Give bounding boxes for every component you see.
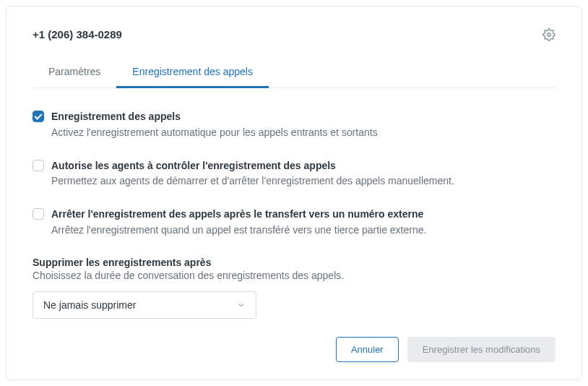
select-value: Ne jamais supprimer [43,299,136,311]
content-area: Enregistrement des appels Activez l'enre… [33,88,555,322]
settings-card: +1 (206) 384-0289 Paramètres Enregistrem… [6,6,582,380]
phone-number-title: +1 (206) 384-0289 [33,28,122,40]
section-title: Supprimer les enregistrements après [33,257,555,268]
option-text: Autorise les agents à contrôler l'enregi… [51,159,555,189]
option-desc: Permettez aux agents de démarrer et d'ar… [51,173,555,189]
section-desc: Choisissez la durée de conversation des … [33,270,555,281]
footer-actions: Annuler Enregistrer les modifications [33,322,555,362]
delete-after-select[interactable]: Ne jamais supprimer [33,291,256,319]
checkbox-stop-after-transfer[interactable] [33,208,44,220]
option-title: Autorise les agents à contrôler l'enregi… [51,159,555,173]
checkbox-call-recording[interactable] [33,111,44,122]
svg-point-0 [548,33,551,37]
delete-after-select-wrapper: Ne jamais supprimer [33,291,256,319]
option-title: Enregistrement des appels [51,110,555,124]
tab-settings[interactable]: Paramètres [33,59,116,88]
card-header: +1 (206) 384-0289 [33,28,555,44]
option-desc: Arrêtez l'enregistrement quand un appel … [51,223,555,238]
gear-icon[interactable] [542,28,555,44]
checkbox-agent-control[interactable] [33,160,44,171]
option-text: Enregistrement des appels Activez l'enre… [51,110,555,140]
option-text: Arrêter l'enregistrement des appels aprè… [51,207,555,238]
tabs-bar: Paramètres Enregistrement des appels [33,59,555,88]
cancel-button[interactable]: Annuler [336,337,399,362]
delete-recordings-section: Supprimer les enregistrements après Choi… [33,257,555,319]
option-agent-control: Autorise les agents à contrôler l'enregi… [33,159,555,189]
option-title: Arrêter l'enregistrement des appels aprè… [51,207,555,222]
save-button: Enregistrer les modifications [407,337,555,362]
tab-call-recording[interactable]: Enregistrement des appels [116,59,269,88]
option-call-recording: Enregistrement des appels Activez l'enre… [33,110,555,140]
option-desc: Activez l'enregistrement automatique pou… [51,125,555,140]
option-stop-after-transfer: Arrêter l'enregistrement des appels aprè… [33,207,555,238]
chevron-down-icon [237,301,246,309]
